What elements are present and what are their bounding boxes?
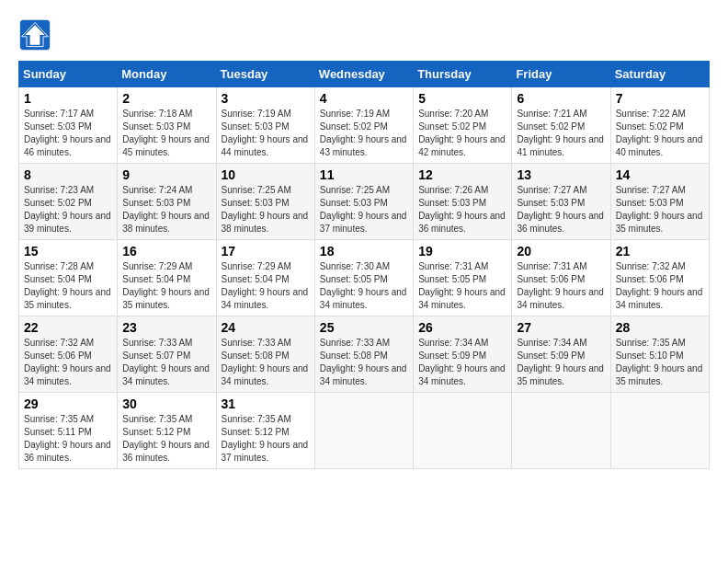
day-cell-10: 10 Sunrise: 7:25 AMSunset: 5:03 PMDaylig… — [216, 164, 314, 240]
day-content: Sunrise: 7:21 AMSunset: 5:02 PMDaylight:… — [517, 108, 605, 159]
day-number: 11 — [320, 167, 408, 182]
day-number: 27 — [517, 320, 605, 335]
day-number: 10 — [222, 167, 310, 182]
day-cell-4: 4 Sunrise: 7:19 AMSunset: 5:02 PMDayligh… — [314, 87, 413, 164]
calendar-row: 22 Sunrise: 7:32 AMSunset: 5:06 PMDaylig… — [19, 316, 710, 393]
day-content: Sunrise: 7:27 AMSunset: 5:03 PMDaylight:… — [517, 184, 605, 236]
day-number: 1 — [24, 91, 112, 106]
day-content: Sunrise: 7:29 AMSunset: 5:04 PMDaylight:… — [222, 260, 310, 312]
day-cell-6: 6 Sunrise: 7:21 AMSunset: 5:02 PMDayligh… — [512, 87, 610, 164]
day-content: Sunrise: 7:34 AMSunset: 5:09 PMDaylight:… — [517, 337, 605, 388]
day-content: Sunrise: 7:31 AMSunset: 5:05 PMDaylight:… — [418, 260, 506, 312]
empty-cell — [314, 393, 413, 469]
day-number: 3 — [222, 91, 310, 106]
day-number: 2 — [122, 91, 210, 106]
calendar-table: SundayMondayTuesdayWednesdayThursdayFrid… — [18, 61, 710, 469]
day-content: Sunrise: 7:35 AMSunset: 5:12 PMDaylight:… — [122, 413, 210, 465]
day-number: 16 — [122, 244, 210, 259]
day-content: Sunrise: 7:31 AMSunset: 5:06 PMDaylight:… — [517, 260, 605, 312]
day-number: 15 — [24, 244, 112, 259]
day-cell-29: 29 Sunrise: 7:35 AMSunset: 5:11 PMDaylig… — [19, 393, 118, 469]
day-number: 28 — [616, 320, 704, 335]
day-cell-3: 3 Sunrise: 7:19 AMSunset: 5:03 PMDayligh… — [216, 87, 314, 164]
day-content: Sunrise: 7:30 AMSunset: 5:05 PMDaylight:… — [320, 260, 408, 312]
day-cell-1: 1 Sunrise: 7:17 AMSunset: 5:03 PMDayligh… — [19, 87, 118, 164]
calendar-row: 8 Sunrise: 7:23 AMSunset: 5:02 PMDayligh… — [19, 164, 710, 240]
day-content: Sunrise: 7:35 AMSunset: 5:12 PMDaylight:… — [222, 413, 310, 465]
empty-cell — [610, 393, 709, 469]
calendar-row: 29 Sunrise: 7:35 AMSunset: 5:11 PMDaylig… — [19, 393, 710, 469]
day-cell-14: 14 Sunrise: 7:27 AMSunset: 5:03 PMDaylig… — [610, 164, 709, 240]
day-content: Sunrise: 7:24 AMSunset: 5:03 PMDaylight:… — [122, 184, 210, 236]
header-monday: Monday — [118, 62, 216, 87]
header-sunday: Sunday — [19, 62, 118, 87]
day-content: Sunrise: 7:27 AMSunset: 5:03 PMDaylight:… — [616, 184, 704, 236]
day-number: 17 — [222, 244, 310, 259]
day-number: 30 — [122, 396, 210, 411]
day-number: 14 — [616, 167, 704, 182]
day-number: 13 — [517, 167, 605, 182]
day-content: Sunrise: 7:25 AMSunset: 5:03 PMDaylight:… — [222, 184, 310, 236]
day-number: 25 — [320, 320, 408, 335]
page-header — [18, 18, 710, 52]
day-content: Sunrise: 7:18 AMSunset: 5:03 PMDaylight:… — [122, 108, 210, 159]
header-wednesday: Wednesday — [314, 62, 413, 87]
day-content: Sunrise: 7:34 AMSunset: 5:09 PMDaylight:… — [418, 337, 506, 388]
day-number: 5 — [418, 91, 506, 106]
logo — [18, 18, 55, 52]
day-number: 22 — [24, 320, 112, 335]
header-saturday: Saturday — [610, 62, 709, 87]
day-content: Sunrise: 7:32 AMSunset: 5:06 PMDaylight:… — [24, 337, 112, 388]
day-content: Sunrise: 7:29 AMSunset: 5:04 PMDaylight:… — [122, 260, 210, 312]
day-number: 20 — [517, 244, 605, 259]
day-cell-30: 30 Sunrise: 7:35 AMSunset: 5:12 PMDaylig… — [118, 393, 216, 469]
day-content: Sunrise: 7:33 AMSunset: 5:08 PMDaylight:… — [320, 337, 408, 388]
day-content: Sunrise: 7:19 AMSunset: 5:02 PMDaylight:… — [320, 108, 408, 159]
day-cell-23: 23 Sunrise: 7:33 AMSunset: 5:07 PMDaylig… — [118, 316, 216, 393]
day-content: Sunrise: 7:35 AMSunset: 5:11 PMDaylight:… — [24, 413, 112, 465]
day-cell-12: 12 Sunrise: 7:26 AMSunset: 5:03 PMDaylig… — [414, 164, 512, 240]
day-cell-28: 28 Sunrise: 7:35 AMSunset: 5:10 PMDaylig… — [610, 316, 709, 393]
day-cell-27: 27 Sunrise: 7:34 AMSunset: 5:09 PMDaylig… — [512, 316, 610, 393]
day-cell-18: 18 Sunrise: 7:30 AMSunset: 5:05 PMDaylig… — [314, 240, 413, 316]
header-tuesday: Tuesday — [216, 62, 314, 87]
header-friday: Friday — [512, 62, 610, 87]
day-number: 4 — [320, 91, 408, 106]
day-content: Sunrise: 7:17 AMSunset: 5:03 PMDaylight:… — [24, 108, 112, 159]
day-number: 12 — [418, 167, 506, 182]
day-content: Sunrise: 7:22 AMSunset: 5:02 PMDaylight:… — [616, 108, 704, 159]
day-number: 21 — [616, 244, 704, 259]
day-number: 6 — [517, 91, 605, 106]
header-thursday: Thursday — [414, 62, 512, 87]
day-cell-26: 26 Sunrise: 7:34 AMSunset: 5:09 PMDaylig… — [414, 316, 512, 393]
day-cell-22: 22 Sunrise: 7:32 AMSunset: 5:06 PMDaylig… — [19, 316, 118, 393]
day-number: 9 — [122, 167, 210, 182]
day-cell-31: 31 Sunrise: 7:35 AMSunset: 5:12 PMDaylig… — [216, 393, 314, 469]
day-cell-13: 13 Sunrise: 7:27 AMSunset: 5:03 PMDaylig… — [512, 164, 610, 240]
day-number: 23 — [122, 320, 210, 335]
day-content: Sunrise: 7:26 AMSunset: 5:03 PMDaylight:… — [418, 184, 506, 236]
day-cell-9: 9 Sunrise: 7:24 AMSunset: 5:03 PMDayligh… — [118, 164, 216, 240]
day-number: 31 — [222, 396, 310, 411]
day-number: 8 — [24, 167, 112, 182]
calendar-row: 15 Sunrise: 7:28 AMSunset: 5:04 PMDaylig… — [19, 240, 710, 316]
day-number: 7 — [616, 91, 704, 106]
day-cell-16: 16 Sunrise: 7:29 AMSunset: 5:04 PMDaylig… — [118, 240, 216, 316]
day-cell-20: 20 Sunrise: 7:31 AMSunset: 5:06 PMDaylig… — [512, 240, 610, 316]
day-content: Sunrise: 7:32 AMSunset: 5:06 PMDaylight:… — [616, 260, 704, 312]
day-content: Sunrise: 7:20 AMSunset: 5:02 PMDaylight:… — [418, 108, 506, 159]
day-content: Sunrise: 7:19 AMSunset: 5:03 PMDaylight:… — [222, 108, 310, 159]
day-cell-21: 21 Sunrise: 7:32 AMSunset: 5:06 PMDaylig… — [610, 240, 709, 316]
day-number: 26 — [418, 320, 506, 335]
calendar-header-row: SundayMondayTuesdayWednesdayThursdayFrid… — [19, 62, 710, 87]
calendar-row: 1 Sunrise: 7:17 AMSunset: 5:03 PMDayligh… — [19, 87, 710, 164]
day-cell-24: 24 Sunrise: 7:33 AMSunset: 5:08 PMDaylig… — [216, 316, 314, 393]
day-number: 19 — [418, 244, 506, 259]
day-cell-8: 8 Sunrise: 7:23 AMSunset: 5:02 PMDayligh… — [19, 164, 118, 240]
day-cell-5: 5 Sunrise: 7:20 AMSunset: 5:02 PMDayligh… — [414, 87, 512, 164]
empty-cell — [414, 393, 512, 469]
day-content: Sunrise: 7:25 AMSunset: 5:03 PMDaylight:… — [320, 184, 408, 236]
day-number: 18 — [320, 244, 408, 259]
day-cell-15: 15 Sunrise: 7:28 AMSunset: 5:04 PMDaylig… — [19, 240, 118, 316]
day-cell-17: 17 Sunrise: 7:29 AMSunset: 5:04 PMDaylig… — [216, 240, 314, 316]
